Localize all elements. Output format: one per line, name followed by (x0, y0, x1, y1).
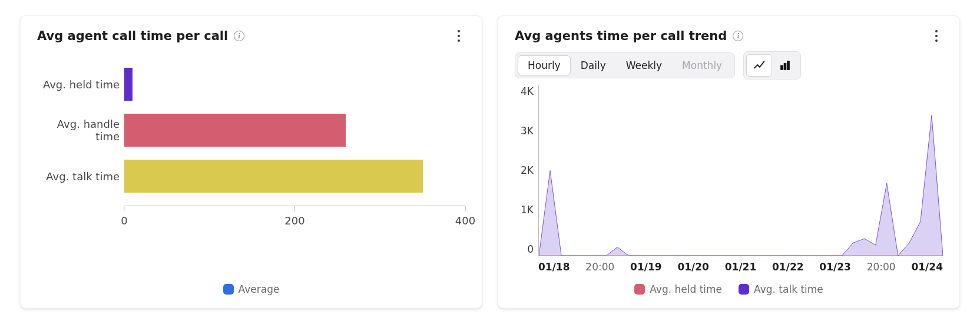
bar-x-axis: 0 200 400 (37, 206, 465, 229)
bar-chart: Avg. held time Avg. handle time Avg. tal… (37, 51, 465, 295)
bar-legend: Average (37, 283, 465, 295)
chart-type-toggle (743, 51, 801, 80)
line-legend: Avg. held time Avg. talk time (515, 283, 943, 295)
bar-fill-held (124, 68, 133, 101)
line-chart-icon[interactable] (746, 54, 772, 77)
card-avg-agents-time-trend: Avg agents time per call trend i Hourly … (498, 15, 960, 309)
line-x-axis: 01/18 20:00 01/19 01/20 01/21 01/22 01/2… (515, 261, 943, 273)
toggle-daily[interactable]: Daily (571, 55, 616, 75)
y-tick: 1K (521, 204, 534, 216)
legend-label: Average (239, 283, 280, 295)
bar-fill-talk (124, 160, 423, 193)
legend-label: Avg. talk time (754, 283, 823, 295)
time-granularity-toggle: Hourly Daily Weekly Monthly (515, 52, 735, 78)
card-avg-agent-call-time: Avg agent call time per call i Avg. held… (20, 15, 482, 309)
svg-rect-1 (784, 63, 786, 70)
y-tick: 3K (521, 125, 534, 137)
x-tick: 20:00 (585, 261, 614, 273)
bar-label-talk: Avg. talk time (37, 170, 124, 183)
bar-row-talk: Avg. talk time (37, 160, 465, 193)
bar-label-handle: Avg. handle time (37, 118, 124, 143)
x-tick: 01/23 (819, 261, 851, 273)
bar-row-held: Avg. held time (37, 68, 465, 101)
bar-chart-icon[interactable] (772, 54, 798, 77)
bar-x-tick: 400 (455, 214, 475, 227)
more-icon[interactable] (452, 29, 465, 42)
toggle-monthly[interactable]: Monthly (672, 55, 732, 75)
card-title-wrap: Avg agents time per call trend i (515, 29, 743, 43)
x-tick: 01/18 (538, 261, 570, 273)
card-title: Avg agent call time per call (37, 29, 228, 43)
legend-item-talk: Avg. talk time (739, 283, 823, 295)
more-icon[interactable] (930, 29, 943, 42)
x-tick: 20:00 (867, 261, 896, 273)
line-y-axis: 4K 3K 2K 1K 0 (515, 85, 538, 256)
legend-swatch (223, 284, 234, 295)
y-tick: 4K (521, 85, 534, 97)
x-tick: 01/21 (725, 261, 757, 273)
legend-item-held: Avg. held time (634, 283, 722, 295)
svg-rect-2 (787, 61, 790, 70)
x-tick: 01/22 (772, 261, 804, 273)
info-icon[interactable]: i (234, 31, 244, 41)
bar-x-tick: 0 (121, 214, 127, 227)
toggle-row: Hourly Daily Weekly Monthly (515, 51, 943, 80)
toggle-weekly[interactable]: Weekly (616, 55, 672, 75)
y-tick: 0 (527, 243, 534, 255)
line-plot: 4K 3K 2K 1K 0 (515, 85, 943, 256)
line-chart: 4K 3K 2K 1K 0 01/18 20:00 01/19 01/20 01… (515, 85, 943, 295)
card-header: Avg agents time per call trend i (515, 29, 943, 43)
card-title: Avg agents time per call trend (515, 29, 727, 43)
bar-label-held: Avg. held time (37, 78, 124, 91)
toggle-hourly[interactable]: Hourly (518, 55, 571, 75)
bar-track (124, 160, 465, 193)
card-header: Avg agent call time per call i (37, 29, 465, 43)
info-icon[interactable]: i (733, 31, 743, 41)
legend-swatch (634, 284, 645, 295)
x-tick: 01/19 (630, 261, 662, 273)
bar-track (124, 68, 465, 101)
bar-area: Avg. held time Avg. handle time Avg. tal… (37, 68, 465, 281)
card-title-wrap: Avg agent call time per call i (37, 29, 244, 43)
plot-canvas (538, 85, 943, 256)
legend-swatch (739, 284, 749, 295)
bar-axis-line: 0 200 400 (124, 206, 465, 206)
bar-row-handle: Avg. handle time (37, 114, 465, 147)
x-labels: 01/18 20:00 01/19 01/20 01/21 01/22 01/2… (538, 261, 943, 273)
svg-rect-0 (781, 65, 783, 70)
x-tick: 01/20 (677, 261, 709, 273)
legend-label: Avg. held time (650, 283, 722, 295)
bar-x-tick: 200 (284, 214, 304, 227)
bar-fill-handle (124, 114, 346, 147)
bar-track (124, 114, 465, 147)
y-tick: 2K (521, 164, 534, 176)
x-tick: 01/24 (911, 261, 943, 273)
